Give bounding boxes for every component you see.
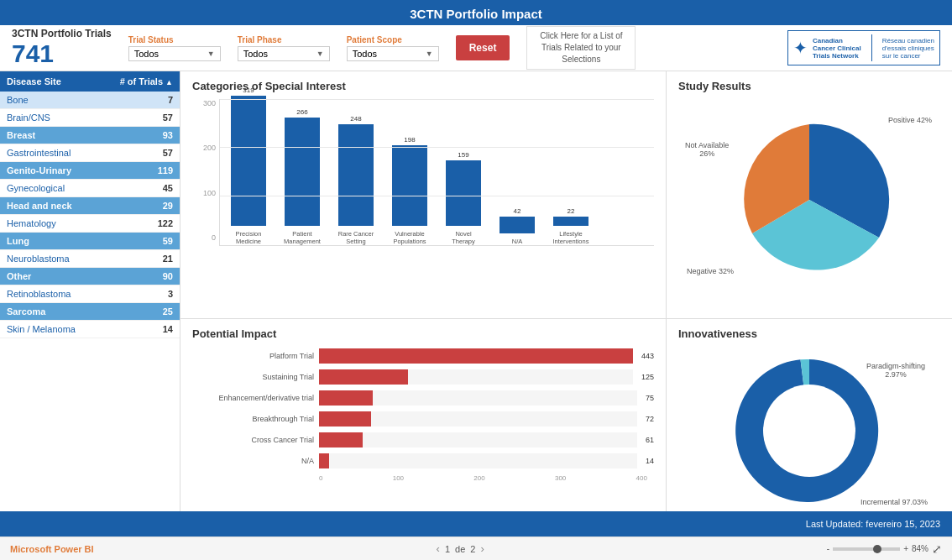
trial-status-value: Todos [134, 49, 159, 59]
patient-scope-label: Patient Scope [347, 35, 439, 44]
logo-text-fr: Réseau canadiend'essais cliniquessur le … [882, 37, 934, 60]
zoom-minus[interactable]: - [827, 544, 829, 553]
bar-fill [500, 217, 535, 233]
disease-row[interactable]: Gastrointestinal57 [0, 144, 180, 162]
last-updated-value: fevereiro 15, 2023 [866, 519, 940, 529]
next-page-button[interactable]: › [480, 542, 484, 555]
disease-count: 93 [163, 130, 173, 140]
page-total: 2 [470, 544, 475, 554]
donut-wrapper: Paradigm-shifting2.97% Incremental 97.03… [678, 347, 940, 511]
reset-button[interactable]: Reset [456, 35, 510, 60]
prev-page-button[interactable]: ‹ [437, 542, 440, 555]
bottom-footer: Last Updated: fevereiro 15, 2023 [0, 511, 952, 536]
disease-count: 90 [163, 271, 173, 281]
disease-row[interactable]: Sarcoma25 [0, 303, 180, 321]
innovativeness-title: Innovativeness [678, 327, 940, 340]
horiz-bar-fill [319, 411, 371, 427]
horiz-bar-track [319, 348, 633, 364]
study-results-title: Study Results [678, 80, 940, 92]
disease-row[interactable]: Head and neck29 [0, 197, 180, 215]
logo-text-en: CanadianCancer ClinicalTrials Network [813, 37, 861, 60]
patient-scope-select[interactable]: Todos ▼ [347, 46, 439, 61]
disease-row[interactable]: Other90 [0, 268, 180, 285]
disease-name: Other [7, 271, 31, 281]
click-here-text[interactable]: Click Here for a List of Trials Related … [526, 26, 636, 70]
disease-count: 7 [168, 95, 173, 105]
horiz-bar-track [319, 390, 637, 406]
disease-row[interactable]: Genito-Urinary119 [0, 162, 180, 180]
disease-row[interactable]: Hematology122 [0, 215, 180, 233]
expand-icon[interactable]: ⤢ [932, 542, 942, 556]
powerbi-link[interactable]: Microsoft Power BI [10, 544, 94, 554]
zoom-thumb [873, 545, 881, 553]
bottom-row: Potential Impact Platform Trial443Sustai… [180, 319, 952, 511]
bar-label: VulnerablePopulations [388, 230, 432, 245]
positive-label: Positive 42% [888, 116, 932, 124]
portfolio-info: 3CTN Portfolio Trials 741 [12, 28, 112, 68]
disease-row[interactable]: Breast93 [0, 127, 180, 144]
bar-fill [446, 160, 481, 226]
disease-row[interactable]: Gynecological45 [0, 180, 180, 197]
categories-chart-area: 300 200 100 0 319PrecisionMedicine266Pat… [192, 99, 654, 292]
powerbi-bar: Microsoft Power BI ‹ 1 de 2 › - + 84% ⤢ [0, 536, 952, 560]
disease-row[interactable]: Retinoblastoma3 [0, 285, 180, 303]
grid-line-1 [220, 147, 654, 148]
horiz-axis-labels: 0 100 200 300 400 [319, 474, 654, 482]
horiz-bar-value: 61 [646, 436, 654, 444]
filter-bar: 3CTN Portfolio Trials 741 Trial Status T… [0, 25, 952, 71]
bar-group: 198VulnerablePopulations [388, 136, 432, 245]
bar-label: LifestyleInterventions [549, 230, 593, 245]
logo-divider [871, 34, 872, 61]
horiz-bar-row: Breakthrough Trial72 [192, 411, 654, 427]
horiz-bar-fill [319, 369, 408, 385]
disease-row[interactable]: Bone7 [0, 92, 180, 109]
incremental-label: Incremental 97.03% [860, 498, 928, 506]
not-available-label: Not Available26% [685, 141, 729, 158]
disease-name: Skin / Melanoma [7, 324, 76, 334]
page-of: de [455, 544, 465, 554]
bar-fill [338, 124, 374, 226]
disease-col-header: Disease Site [7, 76, 61, 86]
bar-group: 159NovelTherapy [442, 151, 485, 245]
disease-count: 25 [163, 306, 173, 317]
bar-value: 248 [350, 115, 361, 123]
horiz-bar-row: Enhancement/derivative trial75 [192, 390, 654, 406]
study-results-pie [717, 107, 902, 292]
disease-count: 119 [158, 165, 173, 175]
bar-fill [553, 217, 588, 226]
zoom-bar: - + 84% ⤢ [827, 542, 942, 556]
horiz-bar-row: N/A14 [192, 453, 654, 468]
trial-status-select[interactable]: Todos ▼ [128, 46, 221, 61]
horiz-bar-fill [319, 348, 633, 364]
disease-count: 29 [163, 201, 173, 211]
bar-group: 319PrecisionMedicine [227, 86, 270, 245]
trial-status-arrow: ▼ [207, 50, 215, 58]
disease-site-table: Disease Site # of Trials ▲ Bone7Brain/CN… [0, 71, 180, 511]
disease-count: 45 [163, 183, 173, 193]
horiz-bar-row: Sustaining Trial125 [192, 369, 654, 385]
disease-row[interactable]: Skin / Melanoma14 [0, 321, 180, 338]
zoom-plus[interactable]: + [903, 544, 908, 553]
horiz-bar-value: 443 [641, 352, 654, 360]
bars-area: 319PrecisionMedicine266PatientManagement… [219, 99, 654, 246]
logo-area: ✦ CanadianCancer ClinicalTrials Network … [787, 30, 940, 65]
horiz-bar-label: Cross Cancer Trial [192, 436, 314, 444]
disease-name: Gastrointestinal [7, 148, 71, 158]
donut-hole [763, 385, 855, 477]
bar-group: 266PatientManagement [280, 108, 324, 245]
disease-row[interactable]: Lung59 [0, 233, 180, 250]
horiz-bar-label: N/A [192, 457, 314, 465]
horiz-bar-fill [319, 453, 329, 468]
disease-row[interactable]: Neuroblastoma21 [0, 250, 180, 268]
bar-label: Rare CancerSetting [334, 230, 378, 245]
grid-line-top [220, 99, 654, 100]
horiz-bar-fill [319, 432, 363, 447]
trial-phase-select[interactable]: Todos ▼ [238, 46, 330, 61]
bar-group: 248Rare CancerSetting [334, 115, 378, 245]
disease-row[interactable]: Brain/CNS57 [0, 109, 180, 127]
disease-name: Head and neck [7, 201, 72, 211]
horiz-bar-value: 125 [641, 373, 654, 381]
zoom-slider[interactable] [833, 547, 900, 551]
horiz-bar-value: 72 [646, 415, 654, 423]
disease-name: Retinoblastoma [7, 289, 71, 299]
